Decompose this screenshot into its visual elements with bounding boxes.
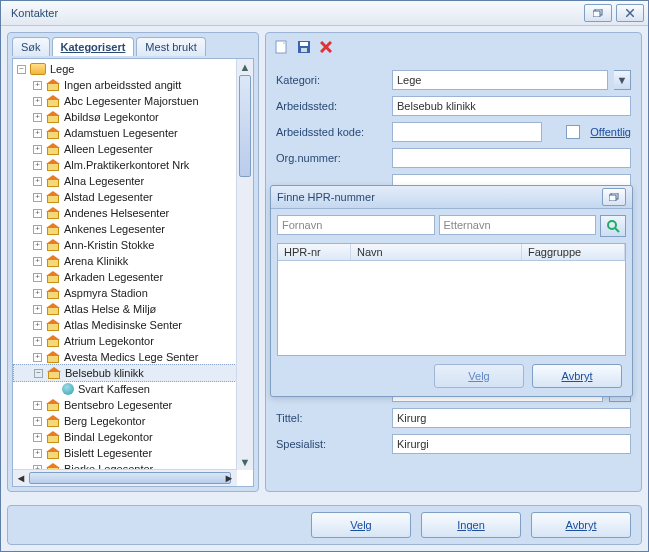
tree-item[interactable]: +Abildsø Legekontor	[13, 109, 253, 125]
expander-icon[interactable]: +	[33, 337, 42, 346]
tab-search[interactable]: Søk	[12, 37, 50, 56]
tab-categorized[interactable]: Kategorisert	[52, 37, 135, 56]
expander-icon[interactable]: +	[33, 449, 42, 458]
checkbox-offentlig[interactable]	[566, 125, 580, 139]
expander-icon[interactable]: +	[33, 97, 42, 106]
scroll-right-icon[interactable]: ►	[221, 470, 237, 486]
save-button[interactable]	[296, 39, 312, 55]
tree-item[interactable]: −Lege	[13, 61, 253, 77]
col-navn[interactable]: Navn	[351, 244, 522, 260]
popup-search-row: Fornavn Etternavn	[277, 215, 626, 237]
expander-icon[interactable]: +	[33, 353, 42, 362]
tree-item[interactable]: +Ingen arbeidssted angitt	[13, 77, 253, 93]
svg-rect-12	[609, 195, 616, 201]
tab-most-used[interactable]: Mest brukt	[136, 37, 205, 56]
input-orgnr[interactable]	[392, 148, 631, 168]
scroll-down-icon[interactable]: ▼	[237, 454, 253, 470]
close-button[interactable]	[616, 4, 644, 22]
tree-item[interactable]: +Bindal Legekontor	[13, 429, 253, 445]
kategori-dropdown-icon[interactable]: ▼	[614, 70, 631, 90]
col-fag[interactable]: Faggruppe	[522, 244, 625, 260]
expander-icon[interactable]: +	[33, 417, 42, 426]
tree-item[interactable]: +Abc Legesenter Majorstuen	[13, 93, 253, 109]
popup-avbryt-button[interactable]: Avbryt	[532, 364, 622, 388]
tree-item[interactable]: −Belsebub klinikk	[13, 364, 253, 382]
tree-item[interactable]: +Aspmyra Stadion	[13, 285, 253, 301]
col-hpr[interactable]: HPR-nr	[278, 244, 351, 260]
popup-restore-button[interactable]	[602, 188, 626, 206]
tree[interactable]: −Lege+Ingen arbeidssted angitt+Abc Leges…	[13, 59, 253, 474]
tree-item[interactable]: +Adamstuen Legesenter	[13, 125, 253, 141]
expander-icon[interactable]: +	[33, 225, 42, 234]
expander-icon[interactable]: +	[33, 209, 42, 218]
delete-button[interactable]	[318, 39, 334, 55]
tree-item[interactable]: +Atlas Helse & Miljø	[13, 301, 253, 317]
expander-icon[interactable]: −	[17, 65, 26, 74]
restore-button[interactable]	[584, 4, 612, 22]
scroll-thumb[interactable]	[239, 75, 251, 177]
expander-icon[interactable]: +	[33, 177, 42, 186]
expander-icon[interactable]: +	[33, 321, 42, 330]
tree-item[interactable]: +Alna Legesenter	[13, 173, 253, 189]
input-tittel[interactable]: Kirurg	[392, 408, 631, 428]
input-kategori[interactable]: Lege	[392, 70, 608, 90]
tree-item[interactable]: +Alstad Legesenter	[13, 189, 253, 205]
hscroll-thumb[interactable]	[29, 472, 231, 484]
tree-item[interactable]: +Bentsebro Legesenter	[13, 397, 253, 413]
svg-rect-8	[301, 48, 307, 52]
input-arbeidssted[interactable]: Belsebub klinikk	[392, 96, 631, 116]
expander-icon[interactable]: +	[33, 193, 42, 202]
house-icon	[46, 175, 60, 187]
expander-icon[interactable]: +	[33, 161, 42, 170]
expander-icon[interactable]: +	[33, 129, 42, 138]
tree-item[interactable]: Svart Kaffesen	[13, 381, 253, 397]
tree-label: Aspmyra Stadion	[64, 287, 148, 299]
expander-icon[interactable]: +	[33, 241, 42, 250]
input-spesialist[interactable]: Kirurgi	[392, 434, 631, 454]
label-arbkode: Arbeidssted kode:	[276, 126, 386, 138]
expander-icon[interactable]: −	[34, 369, 43, 378]
vertical-scrollbar[interactable]: ▲ ▼	[236, 59, 253, 470]
tree-label: Adamstuen Legesenter	[64, 127, 178, 139]
expander-icon[interactable]: +	[33, 273, 42, 282]
footer-avbryt-button[interactable]: Avbryt	[531, 512, 631, 538]
scroll-up-icon[interactable]: ▲	[237, 59, 253, 75]
expander-icon[interactable]: +	[33, 433, 42, 442]
input-arbkode[interactable]	[392, 122, 542, 142]
expander-icon[interactable]: +	[33, 81, 42, 90]
tree-item[interactable]: +Arena Klinikk	[13, 253, 253, 269]
search-button[interactable]	[600, 215, 626, 237]
scroll-left-icon[interactable]: ◄	[13, 470, 29, 486]
input-fornavn[interactable]: Fornavn	[277, 215, 435, 235]
tree-item[interactable]: +Andenes Helsesenter	[13, 205, 253, 221]
svg-rect-1	[593, 11, 600, 17]
tree-item[interactable]: +Berg Legekontor	[13, 413, 253, 429]
popup-velg-button[interactable]: Velg	[434, 364, 524, 388]
new-button[interactable]	[274, 39, 290, 55]
footer-ingen-button[interactable]: Ingen	[421, 512, 521, 538]
popup-body: Fornavn Etternavn HPR-nr Navn Faggruppe	[271, 209, 632, 396]
tree-item[interactable]: +Bislett Legesenter	[13, 445, 253, 461]
tree-item[interactable]: +Atrium Legekontor	[13, 333, 253, 349]
expander-icon[interactable]: +	[33, 257, 42, 266]
expander-icon[interactable]: +	[33, 305, 42, 314]
tree-item[interactable]: +Ankenes Legesenter	[13, 221, 253, 237]
tree-item[interactable]: +Arkaden Legesenter	[13, 269, 253, 285]
link-offentlig[interactable]: Offentlig	[590, 126, 631, 138]
footer-velg-button[interactable]: Velg	[311, 512, 411, 538]
tree-item[interactable]: +Avesta Medics Lege Senter	[13, 349, 253, 365]
tree-item[interactable]: +Alleen Legesenter	[13, 141, 253, 157]
tree-item[interactable]: +Ann-Kristin Stokke	[13, 237, 253, 253]
house-icon	[46, 111, 60, 123]
expander-icon[interactable]: +	[33, 145, 42, 154]
expander-icon[interactable]: +	[33, 113, 42, 122]
left-panel: Søk Kategorisert Mest brukt −Lege+Ingen …	[7, 32, 259, 492]
expander-icon[interactable]: +	[33, 401, 42, 410]
tree-item[interactable]: +Alm.Praktikerkontoret Nrk	[13, 157, 253, 173]
input-etternavn[interactable]: Etternavn	[439, 215, 597, 235]
horizontal-scrollbar[interactable]: ◄ ►	[13, 469, 237, 486]
expander-icon[interactable]: +	[33, 289, 42, 298]
results-grid[interactable]: HPR-nr Navn Faggruppe	[277, 243, 626, 356]
tabs: Søk Kategorisert Mest brukt	[12, 37, 254, 56]
tree-item[interactable]: +Atlas Medisinske Senter	[13, 317, 253, 333]
